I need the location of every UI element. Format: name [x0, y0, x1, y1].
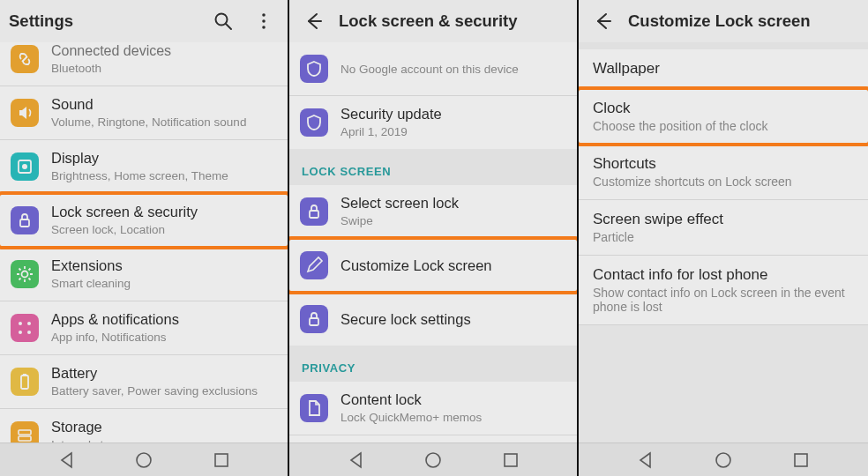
list-item[interactable]: ShortcutsCustomize shortcuts on Lock scr… [579, 145, 868, 199]
nav-recent-icon[interactable] [500, 450, 521, 471]
item-title: Extensions [51, 257, 275, 275]
item-subtitle: Lock QuickMemo+ memos [340, 411, 565, 426]
lock-security-title: Lock screen & security [339, 11, 568, 31]
lock-security-list[interactable]: No Google account on this deviceSecurity… [289, 42, 577, 443]
nav-bar [289, 443, 577, 476]
nav-recent-icon[interactable] [790, 450, 812, 471]
customize-lock-header: Customize Lock screen [579, 0, 868, 42]
nav-bar [0, 443, 288, 476]
item-title: Lock screen & security [51, 203, 275, 221]
nav-bar [579, 443, 868, 476]
nav-recent-icon[interactable] [211, 450, 232, 471]
item-title: Screen swipe effect [593, 211, 854, 228]
customize-lock-panel: Customize Lock screen WallpaperClockChoo… [579, 0, 868, 476]
item-subtitle: April 1, 2019 [340, 125, 565, 140]
list-item[interactable]: Screen swipe effectParticle [579, 200, 868, 255]
list-item[interactable]: Connected devicesBluetooth [0, 42, 288, 86]
shield-icon [300, 108, 328, 137]
item-subtitle: Bluetooth [51, 62, 275, 77]
display-icon [11, 152, 39, 181]
item-subtitle: Show contact info on Lock screen in the … [593, 286, 854, 314]
list-item[interactable]: Wallpaper [579, 49, 868, 88]
link-icon [11, 45, 39, 73]
item-subtitle: App info, Notifications [51, 331, 275, 346]
list-item[interactable]: Lock screen & securityScreen lock, Locat… [0, 194, 288, 247]
settings-list[interactable]: Connected devicesBluetoothSoundVolume, R… [0, 42, 288, 443]
item-title: Connected devices [51, 42, 275, 60]
item-subtitle: Smart cleaning [51, 277, 275, 292]
item-title: Wallpaper [593, 60, 854, 78]
nav-home-icon[interactable] [133, 450, 154, 471]
back-icon[interactable] [298, 6, 328, 36]
list-item[interactable]: BatteryBattery saver, Power saving exclu… [0, 355, 288, 408]
list-item[interactable]: Apps & notificationsApp info, Notificati… [0, 301, 288, 354]
lock-security-header: Lock screen & security [289, 0, 577, 42]
section-label: LOCK SCREEN [289, 149, 577, 185]
item-title: Customize Lock screen [340, 257, 565, 275]
settings-header: Settings [0, 0, 288, 42]
speaker-icon [11, 99, 39, 127]
list-item[interactable]: Secure lock settings [289, 293, 577, 346]
customize-lock-list[interactable]: WallpaperClockChoose the position of the… [579, 42, 868, 443]
list-item[interactable]: Security updateApril 1, 2019 [289, 96, 577, 149]
list-item[interactable]: Customize Lock screen [289, 239, 577, 292]
nav-back-icon[interactable] [56, 450, 78, 471]
item-title: Secure lock settings [340, 310, 565, 329]
item-title: Apps & notifications [51, 310, 275, 329]
item-subtitle: Particle [593, 230, 854, 244]
item-title: Battery [51, 364, 275, 383]
storage-icon [11, 421, 39, 443]
section-label: PRIVACY [289, 346, 577, 382]
item-title: Sound [51, 95, 275, 114]
settings-panel: Settings Connected devicesBluetoothSound… [0, 0, 289, 476]
list-item[interactable]: ExtensionsSmart cleaning [0, 248, 288, 301]
list-item[interactable]: ClockChoose the position of the clock [579, 89, 868, 144]
lock-icon [11, 206, 39, 234]
shield-icon [300, 55, 328, 83]
list-item[interactable]: SoundVolume, Ringtone, Notification soun… [0, 86, 288, 139]
item-subtitle: Swipe [340, 214, 565, 229]
item-subtitle: Customize shortcuts on Lock screen [593, 175, 854, 189]
item-subtitle: Battery saver, Power saving exclusions [51, 384, 275, 399]
lock-icon [300, 197, 328, 226]
list-item[interactable]: Select screen lockSwipe [289, 185, 577, 238]
lock-security-panel: Lock screen & security No Google account… [289, 0, 579, 476]
item-title: Storage [51, 418, 275, 436]
more-icon[interactable] [249, 6, 279, 36]
item-subtitle: Choose the position of the clock [593, 119, 854, 133]
item-title: Contact info for lost phone [593, 266, 854, 284]
search-icon[interactable] [208, 6, 238, 36]
item-title: Clock [593, 100, 854, 117]
settings-title: Settings [9, 11, 198, 31]
item-subtitle: Volume, Ringtone, Notification sound [51, 115, 275, 130]
list-item[interactable]: Contact info for lost phoneShow contact … [579, 256, 868, 324]
item-title: Shortcuts [593, 155, 854, 173]
item-title: Display [51, 149, 275, 167]
pencil-icon [300, 251, 328, 279]
list-item[interactable]: StorageInternal storage [0, 409, 288, 443]
nav-home-icon[interactable] [423, 450, 444, 471]
list-item[interactable]: DisplayBrightness, Home screen, Theme [0, 140, 288, 193]
list-item[interactable]: No Google account on this device [289, 42, 577, 95]
nav-home-icon[interactable] [713, 450, 734, 471]
nav-back-icon[interactable] [346, 450, 367, 471]
customize-lock-title: Customize Lock screen [628, 11, 859, 31]
item-title: Select screen lock [340, 194, 565, 212]
item-subtitle: Screen lock, Location [51, 223, 275, 238]
battery-icon [11, 368, 39, 396]
item-subtitle: No Google account on this device [340, 63, 565, 78]
item-title: Security update [340, 105, 565, 123]
nav-back-icon[interactable] [635, 450, 656, 471]
doc-icon [300, 394, 328, 422]
list-item[interactable]: LocationOn / High accuracy (GPS and netw… [289, 435, 577, 443]
apps-icon [11, 314, 39, 342]
item-subtitle: Brightness, Home screen, Theme [51, 169, 275, 184]
lock-icon [300, 305, 328, 333]
list-item[interactable]: Content lockLock QuickMemo+ memos [289, 382, 577, 435]
item-title: Content lock [340, 390, 565, 409]
gear-icon [11, 260, 39, 288]
back-icon[interactable] [587, 6, 617, 36]
